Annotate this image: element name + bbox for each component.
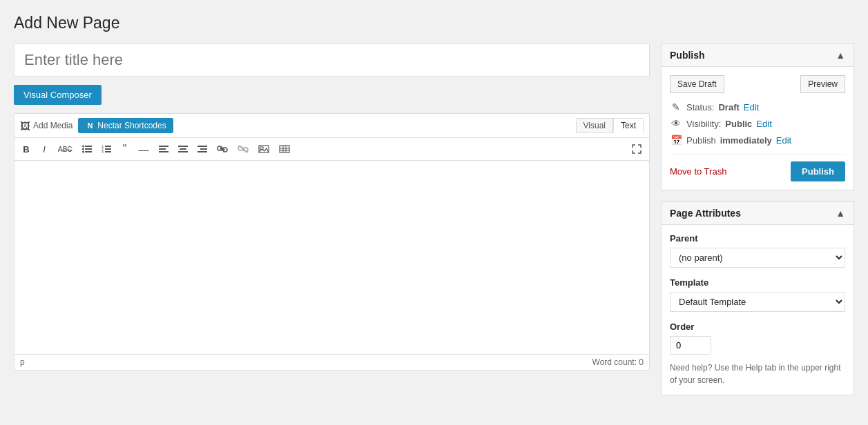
publish-box-body: Save Draft Preview ✎ Status: Draft Edit … (662, 67, 853, 190)
format-unordered-list-button[interactable] (79, 143, 95, 155)
svg-rect-12 (159, 146, 168, 147)
expand-editor-button[interactable] (628, 142, 645, 156)
status-label: Status: (686, 102, 714, 112)
svg-rect-13 (159, 148, 166, 150)
publish-timing-row: 📅 Publish immediately Edit (670, 135, 845, 146)
format-horizontal-rule-button[interactable]: — (135, 141, 153, 157)
parent-select[interactable]: (no parent) (670, 248, 845, 268)
svg-rect-16 (180, 148, 186, 150)
format-align-right-button[interactable] (194, 143, 211, 155)
tab-text[interactable]: Text (613, 118, 644, 133)
publish-actions-row: Move to Trash Publish (670, 154, 845, 181)
svg-point-0 (82, 146, 84, 148)
format-italic-button[interactable]: I (37, 142, 52, 157)
nectar-shortcodes-label: Nectar Shortcodes (97, 121, 166, 130)
visual-composer-button[interactable]: Visual Composer (14, 85, 102, 105)
visual-text-tabs: Visual Text (576, 118, 644, 133)
svg-line-22 (238, 146, 248, 152)
publish-timing-edit-link[interactable]: Edit (776, 135, 791, 146)
publish-timing-value: immediately (720, 135, 772, 146)
editor-content[interactable] (15, 161, 649, 354)
format-align-center-button[interactable] (175, 143, 191, 155)
status-value: Draft (718, 102, 739, 112)
format-blockquote-button[interactable]: " (117, 141, 133, 157)
editor-footer: p Word count: 0 (15, 354, 649, 370)
template-select[interactable]: Default Template (670, 292, 845, 312)
move-to-trash-link[interactable]: Move to Trash (670, 166, 726, 177)
format-strikethrough-button[interactable]: ABC (55, 144, 76, 155)
word-count: Word count: 0 (592, 357, 644, 367)
svg-rect-18 (197, 146, 207, 147)
svg-rect-9 (105, 148, 111, 150)
svg-rect-1 (85, 146, 92, 147)
publish-label: Publish (686, 135, 716, 146)
template-label: Template (670, 277, 845, 288)
editor-toolbar-top: 🖼 Add Media N Nectar Shortcodes Visual T… (15, 114, 649, 138)
format-align-left-button[interactable] (155, 143, 172, 155)
format-unlink-button[interactable] (234, 143, 252, 155)
parent-label: Parent (670, 233, 845, 244)
add-media-label: Add Media (33, 121, 73, 130)
page-attributes-header: Page Attributes ▲ (662, 202, 853, 225)
svg-point-2 (82, 148, 84, 150)
nectar-n-icon: N (85, 121, 95, 130)
status-pencil-icon: ✎ (670, 101, 682, 112)
page-attributes-collapse-icon[interactable]: ▲ (836, 208, 845, 219)
editor-box: 🖼 Add Media N Nectar Shortcodes Visual T… (14, 113, 650, 370)
svg-rect-25 (280, 146, 289, 152)
page-attributes-body: Parent (no parent) Template Default Temp… (662, 225, 853, 395)
format-bold-button[interactable]: B (19, 142, 34, 157)
page-title-input[interactable] (14, 43, 650, 77)
editor-tag: p (20, 357, 25, 367)
svg-rect-5 (85, 151, 92, 152)
editor-area: Visual Composer 🖼 Add Media N Nectar Sho… (14, 43, 650, 370)
nectar-shortcodes-button[interactable]: N Nectar Shortcodes (78, 118, 173, 133)
publish-box: Publish ▲ Save Draft Preview ✎ Status: D… (661, 43, 854, 190)
status-row: ✎ Status: Draft Edit (670, 101, 845, 112)
order-input[interactable] (670, 336, 711, 355)
publish-box-title: Publish (670, 50, 705, 61)
svg-rect-11 (105, 151, 111, 152)
add-media-button[interactable]: 🖼 Add Media (20, 120, 73, 132)
editor-toolbar-format: B I ABC 1.2.3. " — (15, 138, 649, 161)
draft-preview-row: Save Draft Preview (670, 75, 845, 93)
add-media-icon: 🖼 (20, 120, 30, 132)
sidebar: Publish ▲ Save Draft Preview ✎ Status: D… (661, 43, 854, 406)
page-attributes-box: Page Attributes ▲ Parent (no parent) Tem… (661, 201, 854, 395)
visibility-value: Public (725, 119, 752, 129)
visibility-edit-link[interactable]: Edit (756, 119, 771, 129)
save-draft-button[interactable]: Save Draft (670, 75, 724, 93)
preview-button[interactable]: Preview (800, 75, 845, 93)
svg-rect-15 (178, 146, 188, 147)
visibility-row: 👁 Visibility: Public Edit (670, 118, 845, 129)
visibility-label: Visibility: (686, 119, 721, 129)
format-ordered-list-button[interactable]: 1.2.3. (98, 143, 115, 155)
tab-visual[interactable]: Visual (576, 118, 613, 133)
publish-calendar-icon: 📅 (670, 135, 682, 146)
visibility-eye-icon: 👁 (670, 118, 682, 129)
help-text: Need help? Use the Help tab in the upper… (670, 362, 845, 386)
svg-rect-14 (159, 151, 168, 152)
svg-rect-17 (178, 151, 188, 152)
format-table-button[interactable] (276, 143, 293, 155)
format-insert-image-button[interactable] (255, 143, 273, 155)
page-attributes-title: Page Attributes (670, 208, 741, 219)
order-label: Order (670, 322, 845, 332)
format-link-button[interactable] (213, 143, 231, 155)
svg-rect-7 (105, 146, 111, 147)
publish-button[interactable]: Publish (791, 161, 845, 181)
publish-collapse-icon[interactable]: ▲ (836, 50, 845, 61)
publish-box-header: Publish ▲ (662, 44, 853, 67)
svg-rect-19 (200, 148, 207, 150)
svg-rect-20 (197, 151, 207, 152)
svg-text:3.: 3. (102, 150, 104, 153)
svg-rect-3 (85, 148, 92, 150)
page-title: Add New Page (14, 14, 854, 32)
svg-point-4 (82, 151, 84, 153)
status-edit-link[interactable]: Edit (744, 102, 759, 112)
